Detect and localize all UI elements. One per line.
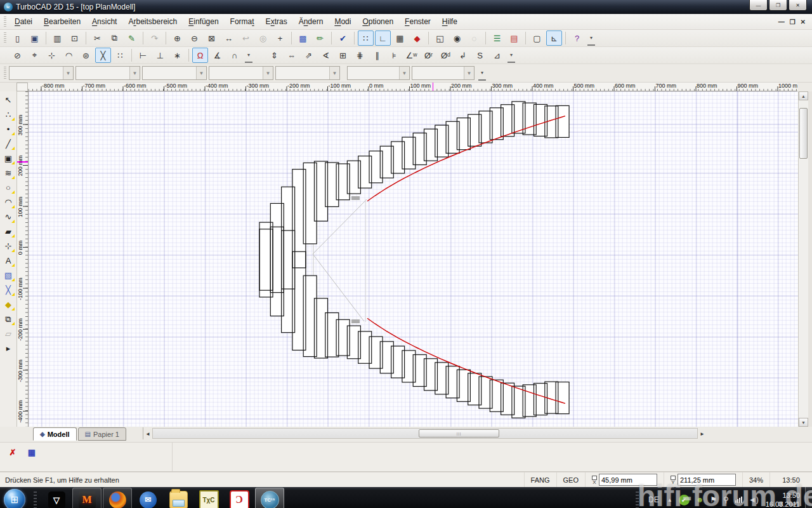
snap-mode-fang[interactable]: FANG — [524, 472, 556, 487]
copy-array-tool-button[interactable]: ⧉ — [1, 312, 16, 326]
dim-s-tool-button[interactable]: S — [472, 48, 488, 63]
snap-midpoint-button[interactable]: ⊹ — [44, 48, 60, 63]
print-preview-button[interactable]: ⊡ — [67, 30, 82, 46]
move-tool-button[interactable]: ⊹ — [1, 239, 16, 253]
geo-mode[interactable]: GEO — [556, 472, 585, 487]
start-button[interactable]: ⊞ — [4, 489, 25, 508]
property-combo-4[interactable]: ▼ — [209, 66, 273, 80]
palette-expander-button[interactable]: ▸ — [1, 341, 16, 356]
cut-button[interactable]: ✂ — [89, 30, 105, 46]
format-brush-button[interactable]: ✎ — [124, 30, 140, 46]
menu-einfgen[interactable]: Einfügen — [183, 15, 224, 28]
dim-continuous-button[interactable]: ∥ — [369, 48, 385, 63]
spell-check-button[interactable]: ✔ — [335, 30, 351, 46]
color-palette-button[interactable]: ▤ — [506, 30, 522, 46]
dim-angular-button[interactable]: ∠ʷ — [403, 48, 419, 63]
zoom-extents-button[interactable]: ↔ — [221, 30, 237, 46]
tray-volume-icon[interactable]: ◄) — [749, 495, 759, 504]
menu-ndern[interactable]: Ändern — [293, 15, 329, 28]
app-turbocad[interactable]: TC¹⁵ — [255, 488, 284, 508]
menu-hilfe[interactable]: Hilfe — [436, 15, 463, 28]
chevron-down-icon[interactable]: ▼ — [63, 67, 73, 79]
zoom-page-button[interactable]: ◎ — [255, 30, 271, 46]
scroll-right-button[interactable]: ► — [698, 428, 707, 439]
dim-wall-button[interactable]: ⊞ — [335, 48, 351, 63]
tab-modell[interactable]: ◈Modell — [33, 427, 77, 441]
axes-toggle-button[interactable]: ∟ — [375, 30, 391, 46]
workplane-button[interactable]: ⊾ — [546, 30, 562, 46]
chevron-down-icon[interactable]: ▼ — [129, 67, 140, 79]
dim-baseline-button[interactable]: ⊧ — [386, 48, 402, 63]
snap-intersection-button[interactable]: ╳ — [95, 48, 111, 63]
property-combo-1[interactable]: ▼ — [9, 66, 74, 80]
node-edit-tool-button[interactable]: ∴ — [1, 107, 16, 122]
minimize-button[interactable]: — — [749, 0, 768, 11]
menu-bearbeiten[interactable]: Bearbeiten — [38, 15, 86, 28]
property-combo-2[interactable]: ▼ — [75, 66, 140, 80]
chevron-down-icon[interactable]: ▼ — [399, 67, 409, 79]
snap-star-button[interactable]: ∗ — [169, 48, 185, 63]
menu-modi[interactable]: Modi — [329, 15, 357, 28]
app-miranda[interactable]: M — [72, 488, 102, 508]
property-combo-6[interactable]: ▼ — [347, 66, 410, 80]
box-3d-button[interactable]: ◱ — [432, 30, 448, 46]
vertical-ruler[interactable]: 300 mm200 mm100 mm0 mm-100 mm-200 mm-300… — [17, 91, 29, 427]
tray-skype-icon[interactable]: ✔ — [679, 495, 690, 505]
tray-user-status-icon[interactable]: ☻ — [696, 495, 704, 504]
pan-button[interactable]: + — [272, 30, 288, 46]
dim-radius-button[interactable]: Øʳ — [421, 48, 436, 63]
close-selection-button[interactable]: ✗ — [6, 446, 19, 458]
group-tool-button[interactable]: ▱ — [1, 326, 16, 341]
image-tool-button[interactable]: ▧ — [1, 268, 16, 283]
no-snap-button[interactable]: ⊘ — [10, 48, 25, 63]
point-tool-button[interactable]: • — [1, 122, 16, 137]
select-tool-button[interactable]: ↖ — [1, 93, 16, 107]
menu-datei[interactable]: Datei — [9, 15, 38, 28]
chevron-down-icon[interactable]: ▼ — [196, 67, 206, 79]
snap-aperture-button[interactable]: ∩ — [226, 48, 242, 63]
magnet-snap-button[interactable]: Ω — [192, 48, 208, 63]
drawing-canvas[interactable] — [29, 91, 798, 427]
grid-display-button[interactable]: ▦ — [392, 30, 408, 46]
app-red-launcher[interactable]: Ɔ — [225, 488, 254, 508]
menu-arbeitsbereich[interactable]: Arbeitsbereich — [122, 15, 183, 28]
dim-edit-button[interactable]: ⊿ — [489, 48, 505, 63]
vertical-scrollbar[interactable]: ▲ ▼ — [798, 91, 808, 427]
snap-angle-button[interactable]: ∡ — [209, 48, 225, 63]
taskbar-clock[interactable]: 13:50 16.03.2011 — [766, 491, 800, 508]
help-book-button[interactable]: ? — [569, 30, 585, 46]
zoom-window-button[interactable]: ⊠ — [204, 30, 219, 46]
dim-angle-node-button[interactable]: ∢ — [318, 48, 334, 63]
print-button[interactable]: ▥ — [49, 30, 65, 46]
menu-grip[interactable] — [4, 17, 6, 27]
snap-quadrant-button[interactable]: ⊚ — [78, 48, 94, 63]
tray-network-signal-icon[interactable] — [735, 497, 742, 503]
tray-grip[interactable] — [636, 491, 639, 508]
selection-info-table-button[interactable]: ▦ — [25, 446, 38, 458]
circle-tool-button[interactable]: ○ — [1, 180, 16, 195]
scroll-up-button[interactable]: ▲ — [799, 91, 808, 100]
snap-arc-button[interactable]: ◠ — [61, 48, 77, 63]
vertical-scroll-thumb[interactable] — [799, 108, 808, 159]
tab-scroll-left-button[interactable]: ◄ — [143, 428, 152, 439]
app-foobar2000[interactable]: ▽ — [42, 488, 71, 508]
menu-ansicht[interactable]: Ansicht — [86, 15, 122, 28]
menu-format[interactable]: Format — [225, 15, 260, 28]
line-tool-button[interactable]: ╱ — [1, 137, 16, 151]
menu-extras[interactable]: Extras — [260, 15, 293, 28]
text-tool-button[interactable]: A — [1, 253, 16, 268]
app-thunderbird[interactable]: ✉ — [133, 488, 162, 508]
app-texniccenter[interactable]: TχC — [194, 488, 223, 508]
chevron-down-icon[interactable]: ▼ — [464, 67, 474, 79]
language-indicator[interactable]: DE — [648, 495, 659, 504]
app-windows-explorer[interactable] — [164, 488, 193, 508]
toolbar-snap-overflow[interactable]: ▾ — [245, 48, 252, 63]
dim-vertical-button[interactable]: ⇕ — [266, 48, 282, 63]
snap-nearest-button[interactable]: ⊢ — [135, 48, 151, 63]
chevron-down-icon[interactable]: ▼ — [329, 67, 339, 79]
toolbar-main-overflow[interactable]: ▾ — [587, 30, 595, 46]
trim-tool-button[interactable]: ╳ — [1, 283, 16, 297]
app-firefox[interactable] — [103, 488, 132, 508]
vertical-scroll-track[interactable] — [799, 100, 808, 418]
taskbar-grip[interactable] — [34, 491, 37, 508]
